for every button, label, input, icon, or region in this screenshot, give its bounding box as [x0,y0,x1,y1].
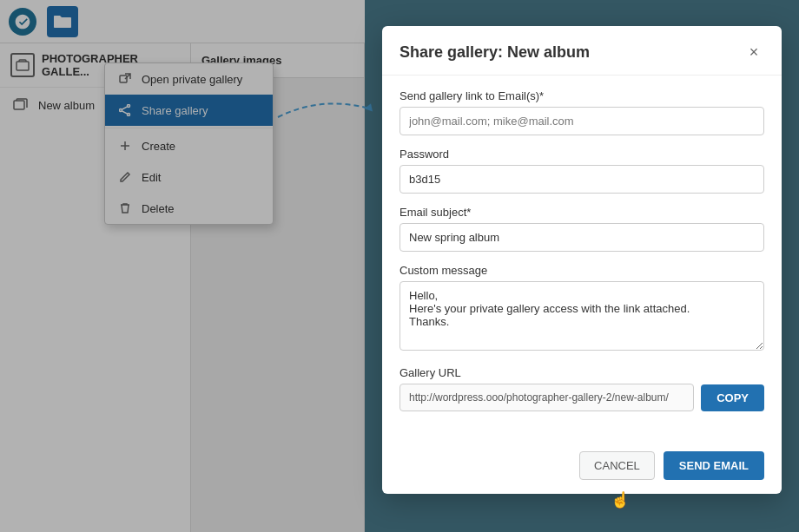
email-input[interactable] [400,107,764,135]
cancel-button[interactable]: CANCEL [579,451,655,480]
email-subject-label: Email subject* [400,206,764,219]
share-gallery-modal: Share gallery: New album × Send gallery … [382,26,782,494]
password-group: Password [400,148,764,194]
email-subject-group: Email subject* [400,206,764,252]
modal-title: Share gallery: New album [400,43,590,62]
modal-close-button[interactable]: × [743,42,764,62]
cursor: ☝️ [611,490,630,509]
copy-button[interactable]: COPY [701,384,764,411]
send-email-button[interactable]: SEND EMAIL [664,451,764,480]
custom-message-label: Custom message [400,264,764,277]
custom-message-group: Custom message [400,264,764,354]
custom-message-textarea[interactable] [400,281,764,351]
modal-footer: CANCEL SEND EMAIL [382,441,782,494]
gallery-url-row: COPY [400,384,764,411]
password-label: Password [400,148,764,161]
gallery-url-input[interactable] [400,384,694,411]
modal-header: Share gallery: New album × [382,26,782,76]
password-input[interactable] [400,165,764,194]
email-subject-input[interactable] [400,223,764,252]
email-group: Send gallery link to Email(s)* [400,89,764,135]
gallery-url-group: Gallery URL COPY [400,366,764,411]
email-label: Send gallery link to Email(s)* [400,89,764,102]
gallery-url-label: Gallery URL [400,366,764,379]
modal-body: Send gallery link to Email(s)* Password … [382,76,782,441]
